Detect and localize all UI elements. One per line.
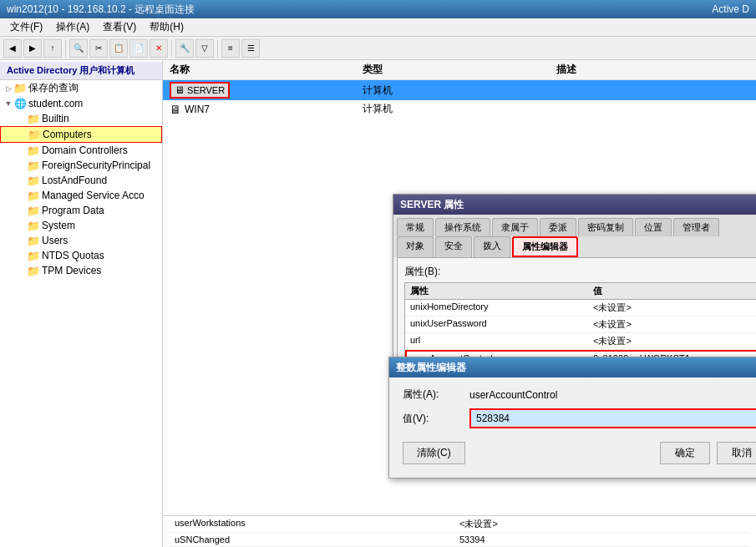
int-editor-content: 属性(A): userAccountControl 值(V): 清除(C) 确定… <box>389 377 756 478</box>
main-area: Active Directory 用户和计算机 ▷ 📁 保存的查询 ▼ 🌐 st… <box>0 60 756 547</box>
tree-dc-label: Domain Controllers <box>42 144 128 156</box>
tree-header: Active Directory 用户和计算机 <box>0 62 162 80</box>
tab-security[interactable]: 安全 <box>435 236 472 257</box>
tree-users[interactable]: 📁 Users <box>0 233 162 248</box>
folder-icon: 📁 <box>13 82 27 95</box>
tree-panel: Active Directory 用户和计算机 ▷ 📁 保存的查询 ▼ 🌐 st… <box>0 60 163 547</box>
tree-msa[interactable]: 📁 Managed Service Acco <box>0 188 162 203</box>
int-editor-dialog: 整数属性编辑器 × 属性(A): userAccountControl 值(V)… <box>388 357 756 479</box>
tree-laf-label: LostAndFound <box>42 175 107 186</box>
clear-button[interactable]: 清除(C) <box>403 442 465 464</box>
tree-fsp[interactable]: 📁 ForeignSecurityPrincipal <box>0 158 162 173</box>
bottom-row-0[interactable]: userWorkstations <未设置> <box>170 516 749 533</box>
server-name-badge: 🖥 SERVER <box>170 82 230 99</box>
tree-ntds-label: NTDS Quotas <box>42 250 104 261</box>
tb-search[interactable]: 🔍 <box>69 39 88 58</box>
bottom-val-1: 53394 <box>459 534 744 544</box>
folder-fsp-icon: 📁 <box>27 159 40 172</box>
menu-view[interactable]: 查看(V) <box>96 18 143 36</box>
tab-general[interactable]: 常规 <box>397 218 434 236</box>
expand-icon-users <box>17 236 27 246</box>
bottom-val-0: <未设置> <box>459 518 744 530</box>
expand-icon-fsp <box>17 160 27 170</box>
value-input[interactable] <box>469 408 756 428</box>
prop-row-0[interactable]: unixHomeDirectory <未设置> <box>405 300 756 317</box>
folder-users-icon: 📁 <box>27 234 40 247</box>
attr-label: 属性(A): <box>403 387 469 402</box>
expand-icon-msa <box>17 190 27 200</box>
server-props-title: SERVER 属性 <box>400 198 756 212</box>
tab-pwdrep[interactable]: 密码复制 <box>578 218 633 236</box>
menu-file[interactable]: 文件(F) <box>3 18 49 36</box>
menu-help[interactable]: 帮助(H) <box>143 18 190 36</box>
int-editor-titlebar: 整数属性编辑器 × <box>389 357 756 377</box>
tab-member[interactable]: 隶属于 <box>492 218 538 236</box>
tb-copy[interactable]: 📋 <box>109 39 128 58</box>
tb-delete[interactable]: ✕ <box>150 39 168 58</box>
content-header: 名称 类型 描述 <box>163 60 756 80</box>
tree-computers-label: Computers <box>43 129 92 140</box>
tab-object[interactable]: 对象 <box>397 236 434 257</box>
col-desc: 描述 <box>556 63 749 77</box>
tree-domain[interactable]: ▼ 🌐 student.com <box>0 96 162 111</box>
cancel-button[interactable]: 取消 <box>717 442 756 464</box>
expand-icon-domain: ▼ <box>3 99 13 109</box>
server-props-dialog: SERVER 属性 ? × 常规 操作系统 隶属于 委派 密码复制 位置 管理者… <box>393 194 756 382</box>
tree-system-label: System <box>42 220 75 231</box>
tb-paste[interactable]: 📄 <box>129 39 148 58</box>
bottom-attr-0: userWorkstations <box>175 518 459 530</box>
tree-pd[interactable]: 📁 Program Data <box>0 203 162 218</box>
tb-filter[interactable]: ▽ <box>195 39 214 58</box>
tree-tpm-label: TPM Devices <box>42 265 101 276</box>
sep3 <box>217 40 218 57</box>
tab-dialin[interactable]: 拨入 <box>474 236 510 257</box>
sep1 <box>65 40 66 57</box>
ok-button[interactable]: 确定 <box>660 442 710 464</box>
tree-saved-query[interactable]: ▷ 📁 保存的查询 <box>0 80 162 96</box>
bottom-row-1[interactable]: uSNChanged 53394 <box>170 533 749 547</box>
attr-1: unixUserPassword <box>410 318 593 331</box>
header-attr: 属性 <box>410 285 593 297</box>
prop-row-1[interactable]: unixUserPassword <未设置> <box>405 317 756 333</box>
tree-tpm[interactable]: 📁 TPM Devices <box>0 263 162 278</box>
tree-builtin[interactable]: 📁 Builtin <box>0 111 162 126</box>
tree-dc[interactable]: 📁 Domain Controllers <box>0 143 162 158</box>
title-right-text: Active D <box>712 3 749 15</box>
tab-manager[interactable]: 管理者 <box>673 218 719 236</box>
tb-cut[interactable]: ✂ <box>89 39 108 58</box>
prop-row-2[interactable]: url <未设置> <box>405 333 756 350</box>
tree-msa-label: Managed Service Acco <box>42 190 145 201</box>
tree-label: 保存的查询 <box>28 81 79 95</box>
tb-up[interactable]: ↑ <box>43 39 62 58</box>
tab-os[interactable]: 操作系统 <box>435 218 490 236</box>
menu-action[interactable]: 操作(A) <box>49 18 96 36</box>
tab-attr-editor[interactable]: 属性编辑器 <box>512 236 578 257</box>
tree-builtin-label: Builtin <box>42 113 69 124</box>
tree-pd-label: Program Data <box>42 205 104 216</box>
expand-icon-computers <box>18 129 28 139</box>
content-row-server[interactable]: 🖥 SERVER 计算机 <box>163 80 756 100</box>
tb-prop[interactable]: 🔧 <box>175 39 194 58</box>
menu-bar: 文件(F) 操作(A) 查看(V) 帮助(H) <box>0 18 756 37</box>
tree-system[interactable]: 📁 System <box>0 218 162 233</box>
win7-icon: 🖥 <box>170 103 181 116</box>
tree-users-label: Users <box>42 235 68 246</box>
tb-detail[interactable]: ☰ <box>241 39 260 58</box>
val-0: <未设置> <box>593 301 756 314</box>
title-bar: win2012(10 - 192.168.10.2 - 远程桌面连接 Activ… <box>0 0 756 18</box>
tb-back[interactable]: ◀ <box>3 39 22 58</box>
attr-2: url <box>410 335 593 347</box>
attr-0: unixHomeDirectory <box>410 301 593 314</box>
tab-delegate[interactable]: 委派 <box>540 218 576 236</box>
folder-ntds-icon: 📁 <box>27 249 40 262</box>
tb-forward[interactable]: ▶ <box>23 39 42 58</box>
tb-list[interactable]: ≡ <box>221 39 240 58</box>
tab-location[interactable]: 位置 <box>635 218 672 236</box>
tree-laf[interactable]: 📁 LostAndFound <box>0 173 162 188</box>
col-name: 名称 <box>170 63 363 77</box>
tree-ntds[interactable]: 📁 NTDS Quotas <box>0 248 162 263</box>
prop-table: 属性 值 unixHomeDirectory <未设置> unixUserPas… <box>404 282 756 367</box>
content-row-win7[interactable]: 🖥 WIN7 计算机 <box>163 100 756 118</box>
tree-computers[interactable]: 📁 Computers <box>0 126 162 143</box>
col-type: 类型 <box>363 63 556 77</box>
